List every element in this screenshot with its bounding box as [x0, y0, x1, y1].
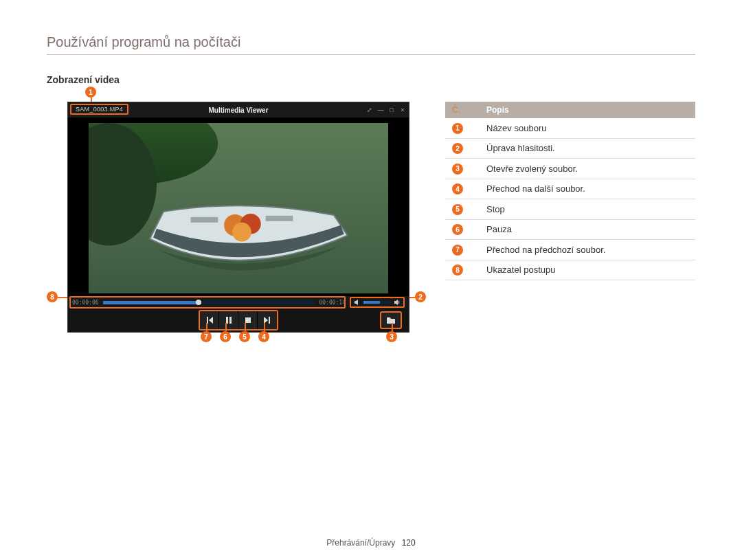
- filename-label: SAM_0003.MP4: [70, 104, 128, 115]
- folder-icon: [386, 316, 396, 324]
- subheading: Zobrazení videa: [47, 74, 695, 85]
- callout-3: 3: [386, 331, 397, 342]
- description-table: Č. Popis 1Název souboru 2Úprava hlasitos…: [445, 102, 695, 280]
- volume-mute-icon: [354, 299, 361, 306]
- svg-point-7: [232, 223, 251, 242]
- callout-5: 5: [239, 331, 250, 342]
- app-title: Multimedia Viewer: [208, 107, 268, 114]
- multimedia-viewer-window: SAM_0003.MP4 Multimedia Viewer ⤢ — □ ×: [67, 102, 409, 333]
- previous-button[interactable]: [200, 311, 219, 329]
- maximize-icon[interactable]: □: [388, 107, 395, 113]
- stop-button[interactable]: [238, 311, 258, 329]
- svg-rect-8: [245, 317, 251, 323]
- callout-4: 4: [258, 331, 269, 342]
- table-row: 1Název souboru: [445, 118, 695, 138]
- callout-6: 6: [220, 331, 231, 342]
- window-controls: ⤢ — □ ×: [366, 102, 406, 117]
- callout-8: 8: [47, 291, 58, 302]
- player-figure: 1 8 2 SAM_0003.MP4 Multimedia Viewer ⤢ —…: [47, 91, 418, 338]
- table-row: 3Otevře zvolený soubor.: [445, 159, 695, 179]
- minimize-icon[interactable]: —: [377, 107, 384, 113]
- page-footer: Přehrávání/Úpravy 120: [0, 538, 742, 548]
- table-row: 7Přechod na předchozí soubor.: [445, 240, 695, 260]
- section-title: Používání programů na počítači: [47, 34, 695, 55]
- breadcrumb: Přehrávání/Úpravy: [326, 538, 395, 548]
- next-button[interactable]: [258, 311, 277, 329]
- table-header-number: Č.: [445, 102, 480, 118]
- table-row: 6Pauza: [445, 219, 695, 240]
- table-row: 2Úprava hlasitosti.: [445, 138, 695, 159]
- expand-icon[interactable]: ⤢: [366, 107, 373, 113]
- table-row: 5Stop: [445, 199, 695, 220]
- volume-control[interactable]: [350, 297, 405, 308]
- page-number: 120: [402, 538, 416, 548]
- callout-7: 7: [201, 331, 212, 342]
- progress-bar[interactable]: [103, 301, 315, 304]
- open-file-button[interactable]: [380, 311, 402, 329]
- pause-button[interactable]: [219, 311, 238, 329]
- svg-rect-3: [191, 217, 218, 223]
- window-titlebar: SAM_0003.MP4 Multimedia Viewer ⤢ — □ ×: [68, 102, 409, 117]
- callout-1: 1: [85, 87, 96, 98]
- controls-bar: 00:00:06 00:00:14: [68, 296, 409, 309]
- volume-up-icon: [394, 299, 401, 306]
- table-row: 8Ukazatel postupu: [445, 260, 695, 280]
- video-frame: [68, 117, 409, 296]
- table-header-desc: Popis: [480, 102, 695, 118]
- close-icon[interactable]: ×: [399, 107, 406, 113]
- callout-2: 2: [415, 291, 426, 302]
- table-row: 4Přechod na další soubor.: [445, 179, 695, 199]
- svg-rect-4: [266, 216, 293, 221]
- playback-buttons-row: [68, 309, 409, 332]
